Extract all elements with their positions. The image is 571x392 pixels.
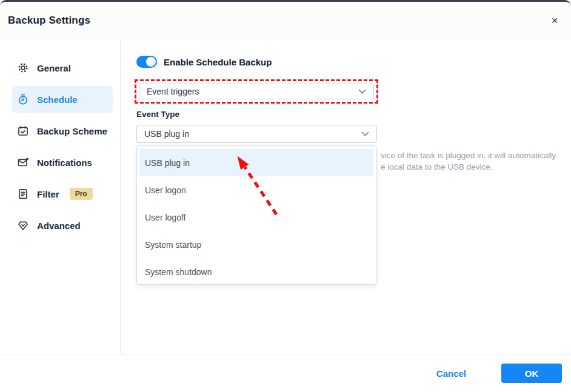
sidebar-item-advanced[interactable]: Advanced [12,212,113,239]
enable-schedule-label: Enable Schedule Backup [164,57,272,67]
chevron-down-icon [358,89,366,95]
gem-icon [17,219,29,231]
dialog-title: Backup Settings [8,15,90,27]
pro-badge: Pro [70,188,93,200]
sidebar-item-label: Backup Scheme [37,126,107,136]
chevron-down-icon [361,131,369,137]
annotation-highlight-box: Event triggers [135,79,378,104]
sidebar-item-label: General [37,63,71,73]
sidebar-item-label: Notifications [37,158,92,168]
event-type-select[interactable]: USB plug in [136,125,377,143]
sidebar-item-label: Filter [37,189,59,199]
dropdown-option-user-logoff[interactable]: User logoff [140,204,373,231]
document-icon [17,188,29,200]
sidebar-item-label: Advanced [37,221,81,231]
sidebar-item-label: Schedule [37,95,78,105]
dropdown-option-system-startup[interactable]: System startup [140,231,373,258]
event-description-text: vice of the task is plugged in, it will … [381,150,563,173]
calendar-check-icon [17,125,29,137]
sidebar-item-backup-scheme[interactable]: Backup Scheme [12,118,113,144]
dropdown-option-usb-plug-in[interactable]: USB plug in [140,149,373,176]
event-type-value: USB plug in [137,129,361,139]
dropdown-option-system-shutdown[interactable]: System shutdown [140,258,373,285]
event-type-label: Event Type [136,110,179,119]
gear-icon [17,62,29,74]
schedule-settings-panel: Enable Schedule Backup vice of the task … [121,40,571,356]
sidebar-item-notifications[interactable]: Notifications [12,149,113,176]
trigger-type-value: Event triggers [139,87,358,96]
ok-button[interactable]: OK [501,364,562,383]
mail-notification-icon [17,156,29,168]
sidebar-item-general[interactable]: General [12,55,113,81]
trigger-type-select[interactable]: Event triggers [139,84,374,99]
enable-schedule-toggle[interactable] [136,56,157,68]
settings-sidebar: General Schedule Backup Scheme [0,40,121,356]
enable-schedule-row: Enable Schedule Backup [136,56,272,68]
toggle-knob [146,57,156,67]
timer-icon [17,93,29,105]
sidebar-item-schedule[interactable]: Schedule [12,86,113,113]
cancel-button[interactable]: Cancel [436,368,466,379]
close-icon[interactable]: × [547,13,563,28]
event-description-line1: vice of the task is plugged in, it will … [381,150,563,161]
event-type-dropdown-list: USB plug in User logon User logoff Syste… [136,145,377,285]
backup-settings-dialog: Backup Settings × General Schedule [0,0,571,392]
dropdown-option-user-logon[interactable]: User logon [140,176,373,204]
dialog-header: Backup Settings × [0,2,571,39]
dialog-footer: Cancel OK [0,354,571,392]
event-description-line2: e local data to the USB device. [381,161,563,173]
sidebar-item-filter[interactable]: Filter Pro [12,181,113,207]
